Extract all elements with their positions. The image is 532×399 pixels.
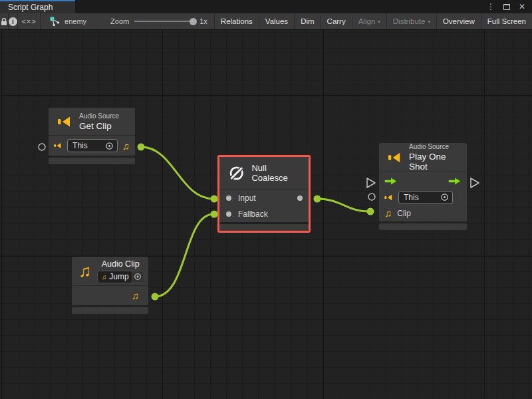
- node-category: Audio Source: [409, 143, 460, 150]
- zoom-slider[interactable]: [134, 21, 194, 22]
- flow-in-arrow-icon[interactable]: [384, 177, 398, 186]
- toolbar-buttons: Relations Values Dim Carry Align▾ Distri…: [215, 13, 532, 29]
- node-footer: [72, 307, 148, 314]
- port-null-fallback-connected[interactable]: [211, 211, 218, 218]
- node-category: Audio Source: [79, 112, 119, 120]
- flow-out-arrow-icon[interactable]: [448, 177, 462, 186]
- code-view-button[interactable]: <×>: [18, 13, 41, 29]
- values-button[interactable]: Values: [259, 13, 295, 29]
- node-null-coalesce[interactable]: Null Coalesce Input Fallback: [217, 155, 311, 233]
- distribute-dropdown-button[interactable]: Distribute▾: [387, 13, 437, 29]
- unity-script-graph-window: Script Graph ⋮ ✕ i <×>: [0, 0, 532, 399]
- output-port-dot[interactable]: [297, 196, 303, 201]
- lock-icon: [0, 17, 8, 26]
- port-playoneshot-flow-in[interactable]: [367, 178, 375, 188]
- dropdown-arrow-icon: ▾: [378, 19, 380, 25]
- lock-button[interactable]: [0, 13, 9, 29]
- dim-button[interactable]: Dim: [295, 13, 321, 29]
- input-port-dot[interactable]: [226, 196, 231, 201]
- kebab-menu-icon[interactable]: ⋮: [487, 3, 495, 11]
- clip-port-label: Clip: [397, 209, 411, 218]
- audio-clip-type-icon: ♫: [122, 140, 130, 152]
- port-getclip-output[interactable]: [138, 144, 145, 151]
- port-getclip-target-input[interactable]: [39, 144, 45, 150]
- port-null-input-connected[interactable]: [211, 196, 218, 203]
- zoom-control: Zoom 1x: [93, 13, 215, 29]
- dropdown-arrow-icon: ▾: [428, 19, 430, 25]
- info-icon: i: [9, 17, 17, 26]
- zoom-slider-handle[interactable]: [190, 18, 197, 25]
- overview-button[interactable]: Overview: [437, 13, 481, 29]
- tab-title: Script Graph: [8, 3, 53, 12]
- node-footer: [49, 158, 135, 164]
- port-audioclip-output[interactable]: [152, 293, 159, 301]
- tab-bar: Script Graph ⋮ ✕: [0, 0, 532, 13]
- zoom-value: 1x: [200, 17, 207, 25]
- node-title: Audio Clip: [97, 259, 144, 269]
- tab-script-graph[interactable]: Script Graph: [0, 0, 75, 13]
- script-graph-icon: [50, 17, 61, 27]
- node-title: Play One Shot: [409, 152, 460, 172]
- window-controls: ⋮ ✕: [487, 0, 532, 13]
- node-title: Null Coalesce: [251, 163, 302, 183]
- audio-clip-output-icon: ♫: [132, 290, 139, 301]
- port-playoneshot-target-input[interactable]: [368, 194, 375, 200]
- maximize-icon[interactable]: [503, 4, 510, 10]
- object-picker-button[interactable]: [132, 271, 144, 283]
- fullscreen-button[interactable]: Full Screen: [481, 13, 532, 29]
- wire-output-to-clip[interactable]: [317, 199, 370, 211]
- info-button[interactable]: i: [9, 13, 18, 29]
- null-coalesce-icon: [228, 164, 245, 182]
- relations-button[interactable]: Relations: [215, 13, 259, 29]
- target-field[interactable]: This: [67, 139, 118, 152]
- wire-audioclip-to-fallback[interactable]: [155, 214, 213, 297]
- fallback-port-label: Fallback: [238, 209, 268, 219]
- node-get-clip[interactable]: Audio Source Get Clip This: [49, 108, 135, 164]
- align-dropdown-button[interactable]: Align▾: [352, 13, 387, 29]
- audio-source-icon: [57, 115, 73, 128]
- node-title: Get Clip: [79, 121, 119, 131]
- target-picker-icon[interactable]: [105, 142, 114, 150]
- audio-clip-icon: ♫: [78, 263, 91, 279]
- audio-clip-object-field[interactable]: ♫ Jump: [97, 271, 144, 283]
- graph-canvas[interactable]: Audio Source Get Clip This: [0, 30, 532, 399]
- graph-toolbar: i <×> enemy Zoom 1x Relations Values: [0, 13, 532, 30]
- port-null-output-connected[interactable]: [314, 196, 321, 203]
- audio-clip-type-icon: ♫: [102, 273, 107, 281]
- zoom-label: Zoom: [110, 17, 129, 25]
- audio-clip-value: Jump: [109, 272, 128, 281]
- wire-getclip-to-input[interactable]: [141, 147, 213, 199]
- target-field[interactable]: This: [398, 191, 453, 204]
- input-port-label: Input: [238, 194, 256, 203]
- node-footer: [219, 224, 309, 231]
- node-footer: [379, 223, 467, 230]
- port-playoneshot-clip-connected[interactable]: [367, 208, 374, 215]
- carry-button[interactable]: Carry: [321, 13, 352, 29]
- node-play-one-shot[interactable]: Audio Source Play One Shot: [379, 143, 467, 230]
- node-audio-clip[interactable]: ♫ Audio Clip ♫ Jump: [72, 257, 148, 314]
- audio-source-icon: [388, 150, 403, 165]
- audio-source-icon: [384, 194, 394, 201]
- graph-breadcrumb[interactable]: enemy: [41, 13, 93, 29]
- fallback-port-dot[interactable]: [226, 211, 231, 217]
- close-icon[interactable]: ✕: [519, 3, 525, 11]
- port-playoneshot-flow-out[interactable]: [471, 178, 479, 188]
- target-picker-icon: [134, 273, 142, 281]
- audio-source-icon: [54, 142, 63, 150]
- code-icon: <×>: [21, 17, 36, 25]
- graph-name: enemy: [65, 17, 86, 25]
- audio-clip-type-icon: ♫: [384, 207, 392, 219]
- target-picker-icon[interactable]: [440, 193, 449, 201]
